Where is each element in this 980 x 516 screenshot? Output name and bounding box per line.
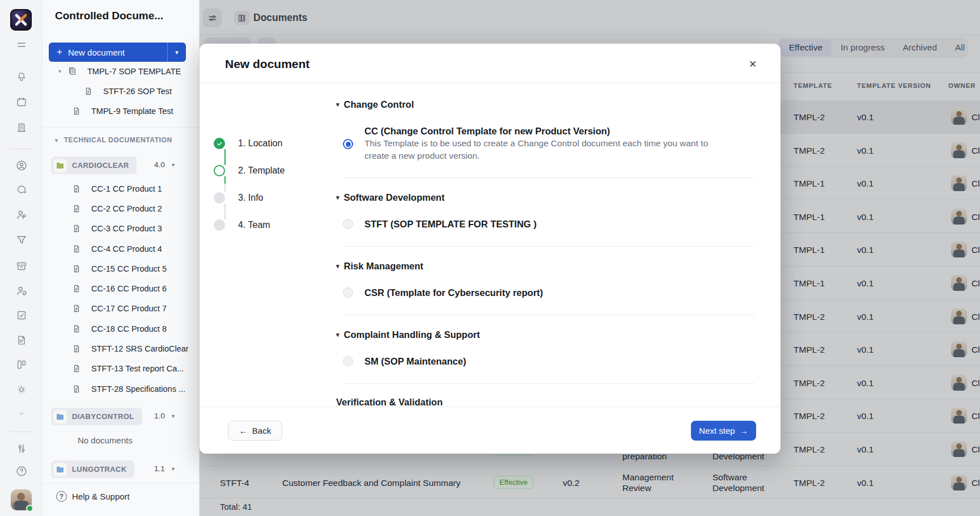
caret-down-icon: ▾ xyxy=(336,194,340,201)
new-document-modal: New document ✕ 1. Location2. Template3. … xyxy=(200,44,780,454)
tree-item[interactable]: STFT-12 SRS CardioClear xyxy=(43,339,200,358)
step-indicator-3[interactable] xyxy=(214,192,225,204)
filter-icon[interactable] xyxy=(0,234,43,246)
brightness-icon[interactable] xyxy=(0,383,43,396)
tree-item[interactable]: CC-15 CC Product 5 xyxy=(43,259,200,278)
document-icon xyxy=(72,384,81,394)
check-icon xyxy=(217,141,223,147)
radio-unselected[interactable] xyxy=(343,287,353,298)
section-technical-documentation[interactable]: ▾ TECHNICAL DOCUMENTATION xyxy=(55,136,172,144)
caret-down-icon: ▾ xyxy=(55,137,58,143)
tree-item-label: TMPL-7 SOP TEMPLATE xyxy=(87,67,181,76)
document-icon xyxy=(72,264,86,273)
version-dropdown-icon[interactable]: ▾ xyxy=(172,413,175,419)
next-step-button[interactable]: Next step→ xyxy=(691,421,756,441)
section-header-1[interactable]: ▾Change Control xyxy=(336,98,761,111)
tree-item-label: CC-4 CC Product 4 xyxy=(91,244,162,253)
tree-item[interactable]: CC-18 CC Product 8 xyxy=(43,319,200,339)
sidebar: Controlled Docume... + New document ▾ ▾T… xyxy=(43,0,200,516)
document-tree: ▾TMPL-7 SOP TEMPLATESTFT-26 SOP TestTMPL… xyxy=(43,61,200,121)
template-option[interactable]: STFT (SOP TEMPLATE FOR TESTING ) xyxy=(336,218,761,231)
building-icon[interactable] xyxy=(0,121,43,134)
tree-item-label: STFT-26 SOP Test xyxy=(103,87,172,96)
tree-item[interactable]: STFT-26 SOP Test xyxy=(43,81,200,101)
section-header-3[interactable]: ▾Risk Management xyxy=(336,260,761,272)
folder-version[interactable]: 1.0 xyxy=(154,412,165,420)
chevron-down-icon[interactable] xyxy=(0,409,43,417)
template-option[interactable]: SM (SOP Maintenance) xyxy=(336,356,761,368)
sliders-icon[interactable] xyxy=(0,442,43,455)
tree-item[interactable]: CC-4 CC Product 4 xyxy=(43,239,200,259)
help-icon[interactable] xyxy=(0,465,43,477)
chat-icon[interactable] xyxy=(0,184,43,196)
tree-item-label: CC-17 CC Product 7 xyxy=(91,304,167,313)
tree-item[interactable]: CC-1 CC Product 1 xyxy=(43,179,200,198)
folder-icon xyxy=(53,410,67,424)
section-header-2[interactable]: ▾Software Development xyxy=(336,191,761,204)
section-header-partial: Verification & Validation xyxy=(336,397,761,407)
step-indicator-1[interactable] xyxy=(214,138,225,149)
user-avatar[interactable] xyxy=(11,489,32,510)
step-indicator-4[interactable] xyxy=(214,219,225,231)
tree-item[interactable]: ▾TMPL-7 SOP TEMPLATE xyxy=(43,61,200,81)
sidebar-title: Controlled Docume... xyxy=(55,10,190,22)
step-indicator-2[interactable] xyxy=(214,165,225,176)
document-icon xyxy=(72,284,86,293)
person-sync-icon[interactable] xyxy=(0,285,43,297)
caret-down-icon: ▾ xyxy=(336,263,340,270)
folder-cardioclear[interactable]: CARDIOCLEAR 4.0 ▾ xyxy=(43,157,200,177)
plus-icon: + xyxy=(57,46,62,58)
template-option[interactable]: CSR (Template for Cybersecurity report) xyxy=(336,287,761,299)
caret-down-icon: ▾ xyxy=(336,101,340,108)
radio-selected[interactable] xyxy=(343,139,353,149)
user-circle-icon[interactable] xyxy=(0,159,43,172)
folder-version[interactable]: 4.0 xyxy=(154,160,165,169)
radio-unselected[interactable] xyxy=(343,219,353,229)
step-connector xyxy=(224,176,226,192)
document-icon xyxy=(84,87,93,96)
new-document-dropdown-toggle[interactable]: ▾ xyxy=(167,43,186,62)
tree-item[interactable]: STFT-13 Test report Ca... xyxy=(43,359,200,379)
sidebar-divider xyxy=(43,483,200,484)
folder-icon xyxy=(53,159,67,172)
document-icon xyxy=(72,204,81,213)
template-option[interactable]: CC (Change Control Template for new Prod… xyxy=(336,125,761,162)
new-document-button[interactable]: + New document ▾ xyxy=(49,43,186,62)
task-check-icon[interactable] xyxy=(0,309,43,322)
people-icon[interactable] xyxy=(0,209,43,221)
file-icon[interactable] xyxy=(0,334,43,346)
document-icon xyxy=(72,324,86,333)
kanban-icon[interactable] xyxy=(0,358,43,371)
sidebar-divider xyxy=(43,127,200,128)
document-icon xyxy=(72,224,86,233)
archive-icon[interactable] xyxy=(0,260,43,272)
section-header-4[interactable]: ▾Complaint Handling & Support xyxy=(336,328,761,341)
tree-item-label: TMPL-9 Template Test xyxy=(91,107,173,116)
rail-divider xyxy=(10,432,32,432)
close-icon[interactable]: ✕ xyxy=(745,57,760,71)
tree-item[interactable]: CC-2 CC Product 2 xyxy=(43,198,200,218)
bell-icon[interactable] xyxy=(0,69,43,82)
document-icon xyxy=(72,184,86,193)
folder-version[interactable]: 1.1 xyxy=(154,464,165,473)
tree-item[interactable]: CC-3 CC Product 3 xyxy=(43,219,200,239)
tree-item[interactable]: CC-16 CC Product 6 xyxy=(43,278,200,298)
section-divider xyxy=(343,246,755,247)
tree-item[interactable]: STFT-28 Specifications ... xyxy=(43,379,200,399)
document-icon xyxy=(72,384,86,394)
calendar-icon[interactable] xyxy=(0,96,43,108)
version-dropdown-icon[interactable]: ▾ xyxy=(172,466,175,472)
radio-unselected[interactable] xyxy=(343,356,353,366)
folder-icon xyxy=(53,463,67,476)
document-icon xyxy=(72,364,81,373)
version-dropdown-icon[interactable]: ▾ xyxy=(172,162,175,168)
help-support-link[interactable]: ? Help & Support xyxy=(56,491,130,502)
tree-item[interactable]: CC-17 CC Product 7 xyxy=(43,299,200,319)
menu-icon[interactable] xyxy=(0,39,43,51)
folder-diabycontrol[interactable]: DIABYCONTROL 1.0 ▾ xyxy=(43,408,200,428)
app-logo[interactable] xyxy=(10,9,32,31)
folder-lungotrack[interactable]: LUNGOTRACK 1.1 ▾ xyxy=(43,460,200,481)
tree-item[interactable]: TMPL-9 Template Test xyxy=(43,101,200,121)
back-button[interactable]: ←Back xyxy=(228,421,282,441)
template-icon xyxy=(67,66,77,76)
